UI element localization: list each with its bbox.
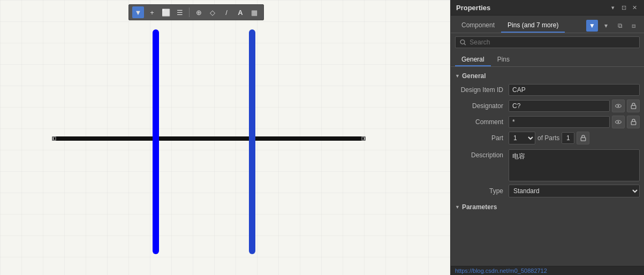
pin-left-handle	[51, 134, 57, 143]
search-bar	[451, 33, 644, 51]
filter-icon-btn[interactable]: ▼	[586, 20, 598, 32]
canvas-area: ▼ + ⬜ ☰ ⊕ ◇ / A ▦	[0, 0, 450, 275]
type-value-wrap: Standard Mechanical Net Tie (In BOM) Net…	[509, 185, 640, 197]
svg-rect-8	[581, 138, 586, 141]
fill-btn[interactable]: ▦	[248, 6, 260, 18]
close-panel-btn[interactable]: ✕	[630, 3, 639, 12]
part-select[interactable]: 1	[509, 132, 535, 144]
description-value-wrap: 电容	[509, 149, 640, 181]
align-btn[interactable]: ☰	[174, 6, 186, 18]
design-item-id-row: Design Item ID CAP	[451, 82, 644, 98]
parameters-section-label: Parameters	[462, 203, 497, 211]
panel-content[interactable]: ▼ General Design Item ID CAP Designator	[451, 67, 644, 266]
description-textarea[interactable]: 电容	[509, 149, 640, 181]
panel-tab-bar: Component Pins (and 7 more) ▼ ▾ ⧉ ⧈	[451, 16, 644, 33]
description-label: Description	[455, 149, 509, 159]
tab-component[interactable]: Component	[455, 19, 501, 33]
add-btn[interactable]: +	[146, 6, 158, 18]
pin-right-dot	[361, 136, 366, 141]
lock-icon-2	[631, 119, 637, 125]
float-panel-btn[interactable]: ⊡	[619, 3, 628, 12]
component-h-line	[54, 136, 364, 141]
designator-label: Designator	[455, 102, 509, 110]
comment-value-wrap	[509, 116, 640, 128]
comment-eye-btn[interactable]	[612, 116, 625, 128]
design-item-id-label: Design Item ID	[455, 86, 509, 94]
panel-title: Properties	[456, 4, 490, 12]
params-triangle-icon: ▼	[455, 204, 460, 210]
description-row: Description 电容	[451, 146, 644, 183]
type-select[interactable]: Standard Mechanical Net Tie (In BOM) Net…	[509, 185, 640, 197]
status-url: https://blog.csdn.net/m0_50882712	[455, 268, 547, 274]
dropdown-icon-btn[interactable]: ▾	[600, 20, 612, 32]
comment-label: Comment	[455, 118, 509, 126]
select-rect-btn[interactable]: ⬜	[160, 6, 172, 18]
panel-title-controls: ▾ ⊡ ✕	[609, 3, 639, 12]
designator-eye-btn[interactable]	[612, 100, 625, 112]
part-row: Part 1 of Parts 1	[451, 130, 644, 146]
sub-tab-bar: General Pins	[451, 51, 644, 67]
tab-icons: ▼ ▾ ⧉ ⧈	[586, 20, 640, 32]
pin-panel-btn[interactable]: ▾	[609, 3, 617, 12]
of-parts-label: of Parts	[537, 134, 559, 142]
design-item-id-value-wrap: CAP	[509, 84, 640, 96]
pin-left-dot	[52, 136, 56, 141]
toolbar: ▼ + ⬜ ☰ ⊕ ◇ / A ▦	[128, 4, 264, 20]
comment-lock-btn[interactable]	[627, 116, 640, 128]
part-value-wrap: 1 of Parts 1	[509, 132, 640, 144]
properties-panel: Properties ▾ ⊡ ✕ Component Pins (and 7 m…	[450, 0, 644, 275]
svg-rect-4	[631, 105, 636, 109]
polygon-btn[interactable]: ◇	[207, 6, 218, 18]
eye-icon	[615, 103, 622, 109]
design-item-id-value: CAP	[509, 84, 640, 96]
search-icon	[460, 39, 466, 46]
capacitor-plate-left	[153, 29, 159, 254]
toolbar-sep-1	[189, 7, 190, 17]
lock-icon-3	[580, 135, 586, 141]
lock-icon	[631, 103, 637, 109]
component-drawing	[54, 27, 364, 273]
comment-input[interactable]	[509, 116, 610, 128]
svg-rect-7	[631, 121, 636, 125]
parameters-section-header[interactable]: ▼ Parameters	[451, 201, 644, 213]
type-row: Type Standard Mechanical Net Tie (In BOM…	[451, 183, 644, 199]
status-bar: https://blog.csdn.net/m0_50882712	[451, 266, 644, 275]
paste-all-btn[interactable]: ⧈	[628, 20, 640, 32]
text-btn[interactable]: A	[234, 6, 246, 18]
designator-lock-btn[interactable]	[627, 100, 640, 112]
filter-btn[interactable]: ▼	[132, 6, 144, 18]
svg-point-6	[618, 121, 619, 123]
general-section-label: General	[462, 72, 486, 80]
triangle-icon: ▼	[455, 73, 460, 79]
sub-tab-pins[interactable]: Pins	[491, 54, 516, 66]
part-label: Part	[455, 134, 509, 142]
panel-title-bar: Properties ▾ ⊡ ✕	[451, 0, 644, 16]
eye-icon-2	[615, 119, 622, 125]
sub-tab-general[interactable]: General	[455, 54, 491, 66]
pin-btn[interactable]: ⊕	[193, 6, 204, 18]
designator-input[interactable]	[509, 100, 610, 112]
of-parts-value: 1	[562, 132, 574, 144]
line-btn[interactable]: /	[221, 6, 232, 18]
type-label: Type	[455, 187, 509, 195]
capacitor-plate-right	[249, 29, 255, 254]
copy-all-btn[interactable]: ⧉	[614, 20, 626, 32]
tab-pins[interactable]: Pins (and 7 more)	[501, 19, 565, 33]
part-lock-btn[interactable]	[577, 132, 589, 144]
search-input[interactable]	[469, 39, 635, 46]
comment-row: Comment	[451, 114, 644, 130]
svg-line-1	[464, 43, 466, 45]
search-input-wrap[interactable]	[455, 36, 640, 48]
part-controls: 1 of Parts 1	[509, 132, 640, 144]
general-section-header[interactable]: ▼ General	[451, 70, 644, 82]
designator-row: Designator	[451, 98, 644, 114]
svg-point-3	[618, 105, 619, 107]
designator-value-wrap	[509, 100, 640, 112]
pin-right-handle	[360, 134, 367, 143]
